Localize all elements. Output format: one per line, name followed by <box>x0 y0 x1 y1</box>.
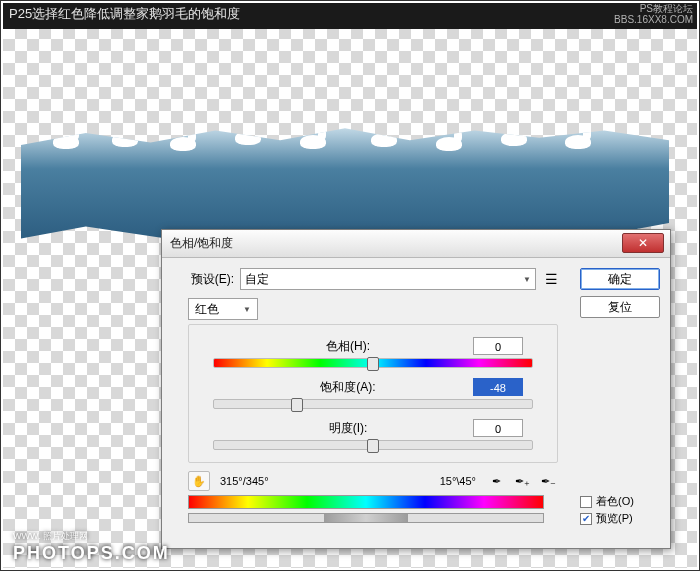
lightness-label: 明度(I): <box>223 420 473 437</box>
preset-menu-icon[interactable]: ☰ <box>544 272 558 286</box>
watermark-bottom-left: WWW. 照片处理网 PHOTOPS.COM <box>13 530 170 564</box>
chevron-down-icon: ▼ <box>523 275 531 284</box>
geese-water-layer <box>21 121 669 241</box>
sliders-panel: 色相(H): 0 饱和度(A): -48 <box>188 324 558 463</box>
preview-label: 预览(P) <box>596 511 633 526</box>
range-left-value: 315°/345° <box>220 475 269 487</box>
close-icon: ✕ <box>638 237 648 249</box>
eyedropper-subtract-icon[interactable]: ✒₋ <box>538 472 558 490</box>
saturation-label: 饱和度(A): <box>223 379 473 396</box>
dialog-titlebar[interactable]: 色相/饱和度 ✕ <box>162 230 670 258</box>
channel-value: 红色 <box>195 301 219 318</box>
preset-label: 预设(E): <box>174 271 234 288</box>
saturation-slider-track[interactable] <box>213 399 533 409</box>
eyedropper-icon[interactable]: ✒ <box>486 472 506 490</box>
lightness-slider-track[interactable] <box>213 440 533 450</box>
close-button[interactable]: ✕ <box>622 233 664 253</box>
hue-saturation-dialog: 色相/饱和度 ✕ 预设(E): 自定 ▼ ☰ 红色 ▼ <box>161 229 671 549</box>
ok-button[interactable]: 确定 <box>580 268 660 290</box>
hue-slider-thumb[interactable] <box>367 357 379 371</box>
dialog-title: 色相/饱和度 <box>170 235 233 252</box>
scrubby-hand-icon[interactable]: ✋ <box>188 471 210 491</box>
lightness-slider-thumb[interactable] <box>367 439 379 453</box>
saturation-input[interactable]: -48 <box>473 378 523 396</box>
preset-value: 自定 <box>245 271 269 288</box>
reset-button[interactable]: 复位 <box>580 296 660 318</box>
preview-checkbox[interactable]: ✔ <box>580 513 592 525</box>
chevron-down-icon: ▼ <box>243 305 251 314</box>
color-range-bar[interactable] <box>188 495 544 509</box>
hue-slider-track[interactable] <box>213 358 533 368</box>
watermark-top-right: PS教程论坛 BBS.16XX8.COM <box>614 3 693 25</box>
range-selection-bar[interactable] <box>188 513 544 523</box>
hue-label: 色相(H): <box>223 338 473 355</box>
eyedropper-add-icon[interactable]: ✒₊ <box>512 472 532 490</box>
channel-dropdown[interactable]: 红色 ▼ <box>188 298 258 320</box>
step-caption: P25选择红色降低调整家鹅羽毛的饱和度 <box>9 5 240 23</box>
colorize-checkbox[interactable] <box>580 496 592 508</box>
lightness-input[interactable]: 0 <box>473 419 523 437</box>
range-right-value: 15°\45° <box>440 475 476 487</box>
colorize-label: 着色(O) <box>596 494 634 509</box>
hue-input[interactable]: 0 <box>473 337 523 355</box>
preset-dropdown[interactable]: 自定 ▼ <box>240 268 536 290</box>
saturation-slider-thumb[interactable] <box>291 398 303 412</box>
